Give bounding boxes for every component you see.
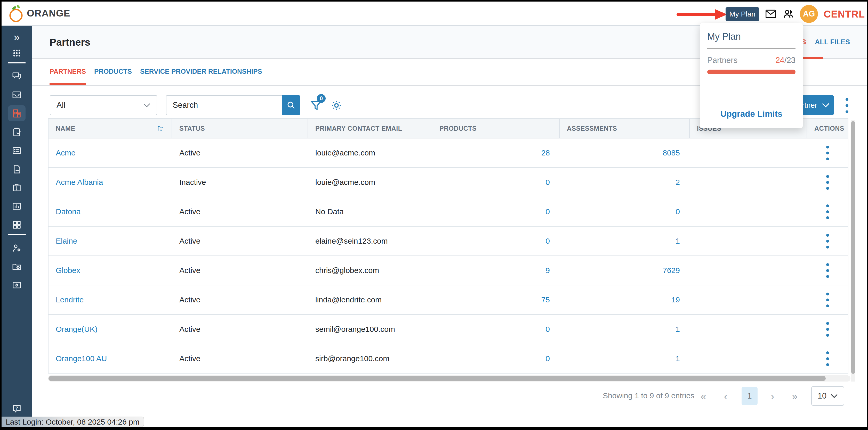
partner-email: No Data xyxy=(308,207,432,216)
row-actions-kebab-icon[interactable] xyxy=(825,291,831,309)
chevron-down-icon xyxy=(143,103,150,107)
tab-products[interactable]: PRODUCTS xyxy=(94,68,132,85)
assessments-count-link[interactable]: 1 xyxy=(676,237,680,245)
sidebar-item-user-settings[interactable] xyxy=(2,240,32,256)
partner-name-link[interactable]: Globex xyxy=(56,266,80,274)
assessments-count-link[interactable]: 1 xyxy=(676,325,680,333)
column-header-status[interactable]: STATUS xyxy=(172,119,308,138)
partner-status: Active xyxy=(172,295,308,304)
plan-usage-row: Partners 24/23 xyxy=(707,56,796,65)
my-plan-button[interactable]: My Plan xyxy=(725,7,759,21)
partner-email: chris@globex.com xyxy=(308,266,432,275)
tab-partners[interactable]: PARTNERS xyxy=(50,68,86,85)
sidebar-item-documents[interactable] xyxy=(2,161,32,177)
row-actions-kebab-icon[interactable] xyxy=(825,144,831,162)
row-actions-kebab-icon[interactable] xyxy=(825,203,831,221)
vertical-scrollbar-thumb[interactable] xyxy=(851,121,855,374)
filter-count-badge: 0 xyxy=(317,94,326,103)
partner-name-link[interactable]: Elaine xyxy=(56,237,77,245)
partner-name-link[interactable]: Lendrite xyxy=(56,295,84,304)
sidebar-expand-button[interactable]: » xyxy=(2,29,32,45)
gear-icon[interactable] xyxy=(330,99,343,111)
browser-frame: ORANGE My Plan AG CENTRL » xyxy=(0,0,868,430)
sidebar-item-assessments[interactable] xyxy=(2,124,32,140)
partner-name-link[interactable]: Orange(UK) xyxy=(56,325,97,333)
sidebar-item-reports[interactable] xyxy=(2,199,32,214)
table-footer: Showing 1 to 9 of 9 entries « ‹ 1 › » 10 xyxy=(32,384,867,409)
mail-icon[interactable] xyxy=(765,8,777,20)
partner-name-link[interactable]: Acme xyxy=(56,148,75,157)
sort-ascending-icon[interactable] xyxy=(157,124,164,133)
assessments-count-link[interactable]: 19 xyxy=(671,295,680,304)
row-actions-kebab-icon[interactable] xyxy=(825,262,831,279)
sidebar-item-card-settings[interactable] xyxy=(2,277,32,293)
apps-grid-icon xyxy=(11,48,22,58)
horizontal-scrollbar-thumb[interactable] xyxy=(49,376,826,381)
table-row: Orange100 AU Active sirb@orange100.com 0… xyxy=(49,344,848,373)
assessments-count-link[interactable]: 1 xyxy=(676,354,680,363)
partner-name-link[interactable]: Datona xyxy=(56,207,81,216)
dashboard-tiles-icon xyxy=(11,220,22,230)
products-count-link[interactable]: 0 xyxy=(546,207,550,216)
upgrade-limits-link[interactable]: Upgrade Limits xyxy=(700,109,803,119)
vertical-scrollbar[interactable] xyxy=(851,120,855,382)
kebab-icon xyxy=(845,98,848,101)
showing-entries-text: Showing 1 to 9 of 9 entries xyxy=(603,391,694,400)
pagination-last-button[interactable]: » xyxy=(787,388,802,405)
pagination-prev-button[interactable]: ‹ xyxy=(718,388,733,405)
products-count-link[interactable]: 0 xyxy=(546,178,550,187)
row-actions-kebab-icon[interactable] xyxy=(825,350,831,368)
column-header-assessments[interactable]: ASSESSMENTS xyxy=(560,119,690,138)
partner-name-link[interactable]: Orange100 AU xyxy=(56,354,107,363)
search-input[interactable] xyxy=(166,95,282,115)
inbox-tray-icon xyxy=(11,90,22,100)
page-size-select[interactable]: 10 xyxy=(811,386,844,406)
products-count-link[interactable]: 75 xyxy=(541,295,550,304)
assessments-count-link[interactable]: 0 xyxy=(676,207,680,216)
partner-email: louie@acme.com xyxy=(308,148,432,157)
row-actions-kebab-icon[interactable] xyxy=(825,232,831,250)
app-window: ORANGE My Plan AG CENTRL » xyxy=(2,2,867,427)
products-count-link[interactable]: 0 xyxy=(546,325,550,333)
table-row: Acme Active louie@acme.com 28 8085 xyxy=(49,138,848,168)
filter-select[interactable]: All xyxy=(50,95,157,115)
orange-logo: ORANGE xyxy=(8,4,70,23)
products-count-link[interactable]: 0 xyxy=(546,354,550,363)
sidebar-item-messages[interactable] xyxy=(2,69,32,84)
sidebar-item-inbox[interactable] xyxy=(2,87,32,103)
column-header-name[interactable]: NAME xyxy=(49,119,172,138)
horizontal-scrollbar[interactable] xyxy=(48,375,850,382)
row-actions-kebab-icon[interactable] xyxy=(825,173,831,191)
tab-service-provider-relationships[interactable]: SERVICE PROVIDER RELATIONSHIPS xyxy=(140,68,262,85)
sidebar-item-dashboards[interactable] xyxy=(2,217,32,233)
sidebar-item-help[interactable]: ? xyxy=(2,401,32,417)
column-header-email[interactable]: PRIMARY CONTACT EMAIL xyxy=(308,119,432,138)
row-actions-kebab-icon[interactable] xyxy=(825,321,831,338)
products-count-link[interactable]: 28 xyxy=(541,148,550,157)
my-plan-popover: My Plan Partners 24/23 Upgrade Limits xyxy=(700,23,803,128)
sidebar-item-partners[interactable] xyxy=(2,106,32,121)
sidebar-item-issues[interactable] xyxy=(2,180,32,195)
sidebar-item-folder-settings[interactable] xyxy=(2,259,32,274)
products-count-link[interactable]: 0 xyxy=(546,237,550,245)
partner-status: Active xyxy=(172,148,308,157)
pagination-current-page[interactable]: 1 xyxy=(742,387,757,405)
contacts-icon[interactable] xyxy=(782,8,794,20)
assessments-count-link[interactable]: 7629 xyxy=(662,266,680,274)
sidebar-item-apps[interactable] xyxy=(2,45,32,61)
column-header-products[interactable]: PRODUCTS xyxy=(432,119,560,138)
assessments-count-link[interactable]: 2 xyxy=(676,178,680,187)
pagination-next-button[interactable]: › xyxy=(765,388,780,405)
partner-status: Active xyxy=(172,207,308,216)
search-button[interactable] xyxy=(282,95,300,115)
assessments-count-link[interactable]: 8085 xyxy=(662,148,680,157)
chevron-down-icon xyxy=(822,103,830,108)
toolbar-kebab-menu[interactable] xyxy=(842,96,852,115)
sidebar-item-lists[interactable] xyxy=(2,143,32,158)
products-count-link[interactable]: 9 xyxy=(546,266,550,274)
avatar[interactable]: AG xyxy=(800,5,818,23)
pagination-first-button[interactable]: « xyxy=(695,388,711,405)
partner-name-link[interactable]: Acme Albania xyxy=(56,178,103,187)
tab-all-files[interactable]: ALL FILES xyxy=(815,38,850,46)
top-bar: ORANGE My Plan AG CENTRL xyxy=(2,2,867,26)
